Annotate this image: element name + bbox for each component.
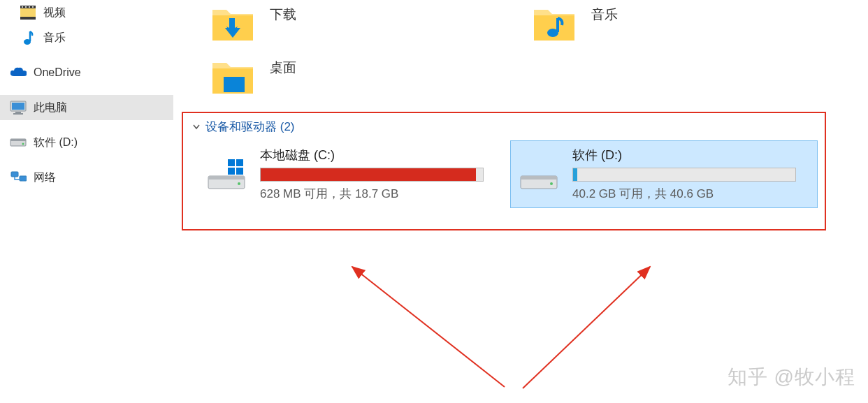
sidebar-item-label: 网络 [34, 170, 56, 185]
folder-music-icon [531, 0, 577, 46]
network-icon [10, 169, 27, 186]
music-note-icon [20, 29, 36, 46]
folder-desktop-icon [210, 53, 256, 99]
svg-point-7 [24, 39, 31, 45]
drive-usage-bar [260, 168, 484, 182]
svg-rect-6 [20, 17, 36, 20]
drive-icon [518, 158, 560, 191]
sidebar-item-d-drive[interactable]: 软件 (D:) [0, 130, 173, 155]
sidebar-item-label: 此电脑 [34, 101, 67, 115]
drive-status: 40.2 GB 可用，共 40.6 GB [572, 186, 810, 202]
main-content: 下载 音乐 桌面 设备和驱动器 (2) [173, 0, 868, 403]
svg-rect-24 [236, 168, 243, 175]
svg-rect-26 [208, 176, 245, 179]
drive-usage-bar [572, 168, 796, 182]
svg-rect-21 [228, 159, 235, 166]
sidebar-item-this-pc[interactable]: 此电脑 [0, 95, 173, 120]
svg-rect-17 [229, 18, 235, 29]
drive-title: 本地磁盘 (C:) [260, 147, 499, 163]
svg-rect-9 [12, 103, 24, 110]
sidebar-item-label: 视频 [43, 6, 66, 20]
sidebar-item-network[interactable]: 网络 [0, 165, 173, 190]
sidebar-item-onedrive[interactable]: OneDrive [0, 60, 173, 85]
drive-status: 628 MB 可用，共 18.7 GB [260, 186, 499, 202]
cloud-icon [10, 64, 27, 81]
drive-item-1[interactable]: 软件 (D:)40.2 GB 可用，共 40.6 GB [510, 140, 818, 208]
devices-section: 设备和驱动器 (2) 本地磁盘 (C:)628 MB 可用，共 18.7 GB软… [182, 112, 826, 230]
section-header[interactable]: 设备和驱动器 (2) [186, 117, 822, 136]
svg-rect-13 [10, 139, 26, 141]
chevron-down-icon [191, 122, 201, 132]
drive-info: 本地磁盘 (C:)628 MB 可用，共 18.7 GB [260, 147, 499, 202]
folder-item-music[interactable]: 音乐 [531, 0, 811, 46]
drive-usage-fill [573, 168, 577, 181]
computer-icon [10, 99, 27, 116]
folder-label: 下载 [270, 6, 296, 24]
watermark: 知乎 @牧小程 [728, 364, 855, 390]
svg-rect-23 [228, 168, 235, 175]
svg-point-5 [32, 6, 34, 8]
svg-point-30 [550, 182, 553, 185]
section-title: 设备和驱动器 (2) [205, 119, 295, 135]
svg-point-2 [22, 6, 23, 8]
folder-item-downloads[interactable]: 下载 [210, 0, 489, 46]
folder-downloads-icon [210, 0, 256, 46]
svg-rect-22 [236, 159, 243, 166]
folder-label: 音乐 [591, 6, 618, 24]
sidebar-item-videos[interactable]: 视频 [0, 0, 173, 25]
svg-rect-29 [521, 176, 557, 179]
sidebar-item-music[interactable]: 音乐 [0, 25, 173, 50]
drive-icon [10, 134, 27, 151]
drive-info: 软件 (D:)40.2 GB 可用，共 40.6 GB [572, 147, 810, 202]
sidebar-item-label: OneDrive [34, 66, 81, 79]
svg-point-3 [25, 6, 27, 8]
svg-point-27 [238, 182, 240, 185]
folder-item-desktop[interactable]: 桌面 [210, 53, 489, 99]
folder-label: 桌面 [270, 59, 296, 77]
drive-icon [205, 158, 247, 191]
svg-point-19 [547, 29, 558, 37]
sidebar: 视频 音乐 OneDrive 此电脑 软件 (D:) [0, 0, 173, 403]
drive-usage-fill [261, 168, 476, 181]
svg-point-14 [22, 143, 24, 145]
svg-point-4 [29, 6, 30, 8]
drive-title: 软件 (D:) [572, 147, 810, 163]
drive-item-0[interactable]: 本地磁盘 (C:)628 MB 可用，共 18.7 GB [198, 140, 506, 208]
sidebar-item-label: 音乐 [43, 31, 66, 45]
svg-rect-11 [13, 113, 23, 115]
svg-rect-10 [15, 112, 21, 113]
svg-rect-20 [224, 77, 245, 92]
video-icon [20, 4, 36, 21]
sidebar-item-label: 软件 (D:) [34, 135, 78, 150]
svg-rect-15 [11, 172, 18, 177]
